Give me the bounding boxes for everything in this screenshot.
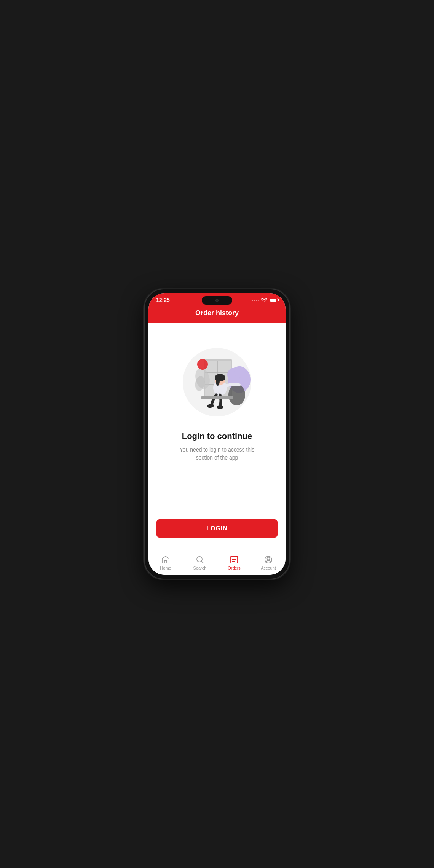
app-header: Order history <box>148 305 286 323</box>
wifi-icon <box>261 298 267 302</box>
nav-item-account[interactable]: Account <box>251 555 286 570</box>
login-title: Login to continue <box>182 431 252 441</box>
svg-point-11 <box>228 384 245 405</box>
status-time: 12:25 <box>156 297 170 303</box>
signal-icon <box>252 300 259 301</box>
battery-icon <box>270 298 278 302</box>
svg-rect-20 <box>201 396 233 399</box>
page-title: Order history <box>195 309 239 317</box>
nav-item-search[interactable]: Search <box>183 555 217 570</box>
search-icon <box>195 555 204 564</box>
phone-screen: 12:25 <box>148 293 286 575</box>
nav-item-orders[interactable]: Orders <box>217 555 251 570</box>
main-content: Login to continue You need to login to a… <box>148 323 286 552</box>
svg-point-17 <box>217 405 223 409</box>
nav-item-home[interactable]: Home <box>148 555 183 570</box>
svg-point-15 <box>216 377 220 386</box>
svg-point-19 <box>197 359 208 370</box>
login-subtitle: You need to login to access this section… <box>175 446 259 462</box>
login-illustration <box>175 338 259 422</box>
account-icon <box>264 555 273 564</box>
svg-point-10 <box>234 366 246 378</box>
orders-nav-label: Orders <box>228 566 241 570</box>
account-nav-label: Account <box>261 566 276 570</box>
svg-point-27 <box>267 557 270 560</box>
status-bar: 12:25 <box>148 293 286 305</box>
login-button-container: LOGIN <box>156 519 278 544</box>
search-nav-label: Search <box>193 566 207 570</box>
camera-notch <box>202 296 232 305</box>
home-nav-label: Home <box>160 566 171 570</box>
phone-frame: 12:25 <box>145 289 289 579</box>
login-button[interactable]: LOGIN <box>156 519 278 538</box>
home-icon <box>161 555 170 564</box>
status-icons <box>252 298 278 302</box>
camera-dot <box>215 299 219 302</box>
illustration-container <box>175 338 259 422</box>
orders-icon <box>230 555 239 564</box>
bottom-nav: Home Search Orders <box>148 552 286 575</box>
